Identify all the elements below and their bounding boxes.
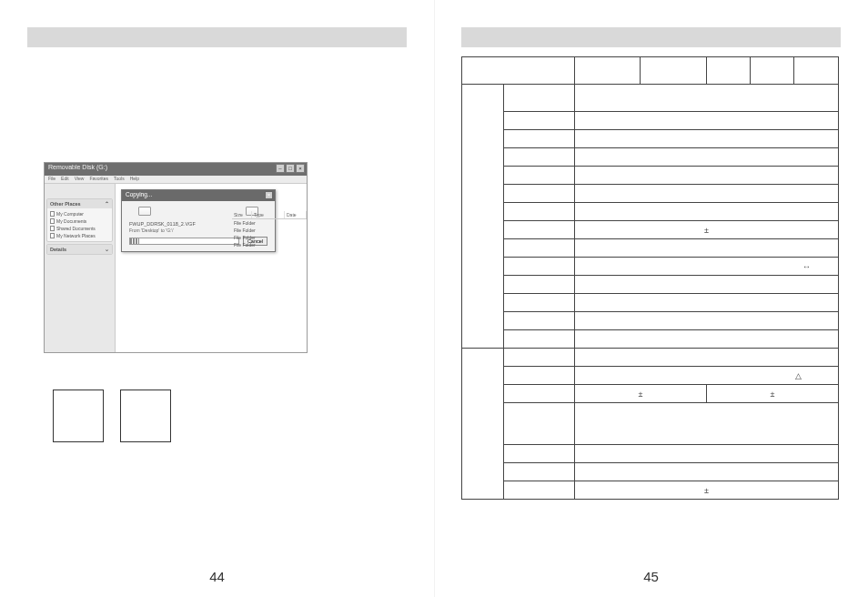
list-item[interactable]: File Folder: [232, 234, 307, 241]
menubar: File Edit View Favorites Tools Help: [45, 176, 307, 184]
table-row: [462, 276, 839, 294]
table-row: ±±: [462, 385, 839, 403]
image-placeholders: [53, 390, 171, 442]
window-controls: – □ ×: [276, 164, 305, 173]
menu-file[interactable]: File: [48, 176, 56, 183]
col-date[interactable]: Date: [285, 211, 307, 218]
page-right: ± ↔ △ ±± ± 45: [434, 0, 868, 597]
table-row: ±: [462, 481, 839, 500]
menu-view[interactable]: View: [75, 176, 85, 183]
sidebar-item-network[interactable]: My Network Places: [50, 232, 109, 239]
window-titlebar[interactable]: Removable Disk (G:) – □ ×: [45, 163, 307, 176]
sidebar-item-mydocs[interactable]: My Documents: [50, 218, 109, 225]
other-places-panel: Other Places ⌃ My Computer My Documents …: [46, 198, 113, 242]
table-row: [462, 330, 839, 349]
table-row: [462, 130, 839, 148]
col-type[interactable]: Type: [252, 211, 285, 218]
col-size[interactable]: Size: [232, 211, 252, 218]
close-icon[interactable]: ×: [296, 164, 305, 173]
table-row: [462, 148, 839, 167]
menu-favorites[interactable]: Favorites: [89, 176, 108, 183]
left-header-bar: [27, 27, 407, 47]
menu-help[interactable]: Help: [130, 176, 139, 183]
placeholder-box: [120, 390, 171, 442]
explorer-content: Copying... × FWUP_DDRSK_0118_2.VGF From …: [116, 184, 307, 352]
sidebar-item-mycomputer[interactable]: My Computer: [50, 210, 109, 218]
specification-table: ± ↔ △ ±± ±: [461, 56, 839, 500]
table-row: [462, 85, 839, 112]
table-row: [462, 167, 839, 185]
chevron-icon: ⌄: [105, 247, 109, 252]
list-item[interactable]: File Folder: [232, 241, 307, 248]
dialog-close-icon[interactable]: ×: [265, 191, 273, 199]
menu-edit[interactable]: Edit: [61, 176, 69, 183]
network-icon: [50, 233, 55, 238]
table-row: [462, 57, 839, 85]
details-header[interactable]: Details ⌄: [47, 245, 112, 254]
table-row: [462, 312, 839, 330]
table-row: [462, 445, 839, 463]
table-row: [462, 112, 839, 130]
page-left: Removable Disk (G:) – □ × File Edit View…: [0, 0, 434, 597]
maximize-icon[interactable]: □: [286, 164, 295, 173]
window-title-text: Removable Disk (G:): [48, 164, 107, 170]
explorer-sidebar: Other Places ⌃ My Computer My Documents …: [45, 184, 116, 352]
table-row: ±: [462, 221, 839, 239]
table-row: [462, 349, 839, 367]
placeholder-box: [53, 390, 104, 442]
table-row: [462, 463, 839, 481]
table-row: [462, 294, 839, 312]
minimize-icon[interactable]: –: [276, 164, 285, 173]
table-row: [462, 239, 839, 258]
list-item[interactable]: File Folder: [232, 219, 307, 227]
table-row: ↔: [462, 258, 839, 276]
computer-icon: [50, 211, 55, 217]
folder-icon: [50, 226, 55, 231]
file-list: Size Type Date File Folder File Folder F…: [232, 211, 307, 248]
table-row: [462, 203, 839, 221]
menu-tools[interactable]: Tools: [114, 176, 125, 183]
paper-icon: [138, 207, 151, 216]
table-row: [462, 403, 839, 445]
dialog-titlebar[interactable]: Copying... ×: [122, 190, 275, 201]
sidebar-item-shared[interactable]: Shared Documents: [50, 225, 109, 232]
page-number-left: 44: [209, 569, 225, 584]
table-row: △: [462, 367, 839, 385]
page-number-right: 45: [643, 569, 659, 584]
chevron-icon: ⌃: [105, 201, 109, 207]
progress-bar: [129, 238, 239, 245]
table-row: [462, 185, 839, 203]
details-panel: Details ⌄: [46, 244, 113, 255]
folder-icon: [50, 218, 55, 224]
other-places-header[interactable]: Other Places ⌃: [47, 199, 112, 208]
list-item[interactable]: File Folder: [232, 227, 307, 234]
os-screenshot: Removable Disk (G:) – □ × File Edit View…: [44, 162, 308, 353]
file-list-header: Size Type Date: [232, 211, 307, 219]
right-header-bar: [461, 27, 841, 47]
